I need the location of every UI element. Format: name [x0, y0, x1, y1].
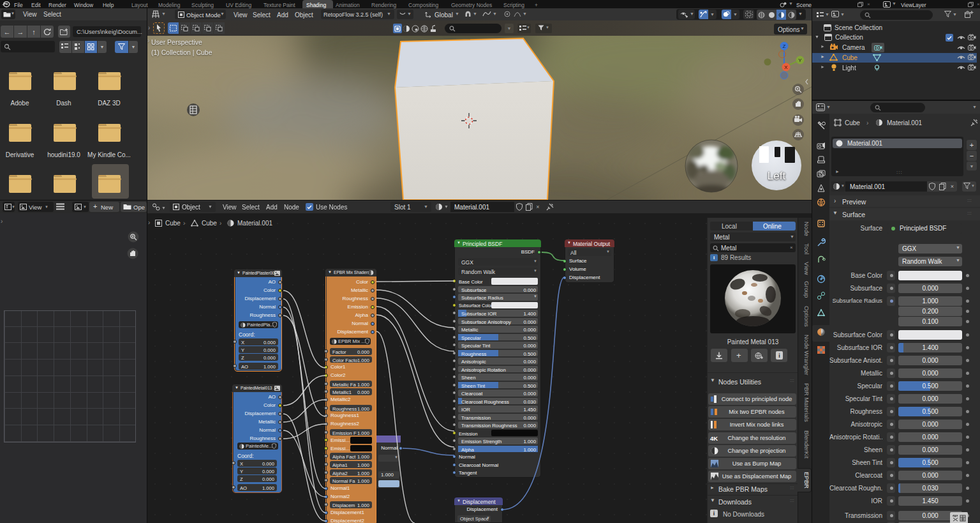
- svg-text:Y: Y: [798, 57, 802, 63]
- svg-text:Z: Z: [783, 43, 786, 49]
- svg-text:X: X: [784, 64, 788, 70]
